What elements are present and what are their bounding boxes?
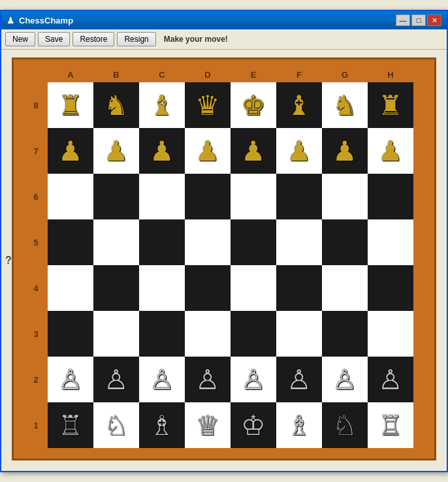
- cell-d4[interactable]: [185, 265, 231, 311]
- cell-b1[interactable]: ♘: [93, 402, 139, 448]
- cell-g5[interactable]: [322, 219, 368, 265]
- cell-a8[interactable]: ♜: [48, 82, 93, 128]
- col-label-g: G: [322, 70, 368, 80]
- cell-g7[interactable]: ♟: [322, 128, 368, 174]
- cell-e4[interactable]: [231, 265, 276, 311]
- cell-d3[interactable]: [185, 311, 231, 357]
- cell-e5[interactable]: [231, 219, 276, 265]
- cell-f5[interactable]: [276, 219, 322, 265]
- cell-d1[interactable]: ♕: [185, 402, 231, 448]
- cell-e7[interactable]: ♟: [231, 128, 276, 174]
- piece-e2: ♙: [241, 364, 266, 396]
- cell-a1[interactable]: ♖: [48, 402, 93, 448]
- cell-a2[interactable]: ♙: [48, 357, 93, 402]
- row-label-2: 2: [24, 375, 48, 385]
- cell-h4[interactable]: [368, 265, 413, 311]
- cell-a5[interactable]: [48, 219, 93, 265]
- save-button[interactable]: Save: [38, 32, 70, 46]
- piece-a2: ♙: [58, 364, 83, 396]
- piece-b7: ♟: [104, 135, 129, 167]
- piece-a1: ♖: [58, 410, 83, 442]
- row-label-3: 3: [24, 329, 48, 339]
- cell-c4[interactable]: [139, 265, 185, 311]
- col-label-a: A: [48, 70, 93, 80]
- cell-a7[interactable]: ♟: [48, 128, 93, 174]
- cell-b7[interactable]: ♟: [93, 128, 139, 174]
- close-button[interactable]: ✕: [427, 14, 441, 26]
- restore-button[interactable]: Restore: [72, 32, 114, 46]
- cell-h6[interactable]: [368, 174, 413, 219]
- row-label-4: 4: [24, 283, 48, 293]
- help-button[interactable]: ?: [5, 255, 12, 266]
- cell-c1[interactable]: ♗: [139, 402, 185, 448]
- piece-d2: ♙: [195, 364, 220, 396]
- cell-b8[interactable]: ♞: [93, 82, 139, 128]
- piece-b2: ♙: [104, 364, 129, 396]
- row-label-6: 6: [24, 192, 48, 202]
- cell-f3[interactable]: [276, 311, 322, 357]
- resign-button[interactable]: Resign: [117, 32, 155, 46]
- cell-d2[interactable]: ♙: [185, 357, 231, 402]
- cell-f6[interactable]: [276, 174, 322, 219]
- cell-a6[interactable]: [48, 174, 93, 219]
- window-title: ChessChamp: [19, 16, 73, 25]
- piece-f8: ♝: [287, 89, 312, 121]
- maximize-button[interactable]: □: [411, 14, 426, 26]
- piece-a8: ♜: [58, 89, 83, 121]
- cell-c5[interactable]: [139, 219, 185, 265]
- cell-h5[interactable]: [368, 219, 413, 265]
- cell-b3[interactable]: [93, 311, 139, 357]
- cell-c7[interactable]: ♟: [139, 128, 185, 174]
- cell-e2[interactable]: ♙: [231, 357, 276, 402]
- cell-g3[interactable]: [322, 311, 368, 357]
- cell-h3[interactable]: [368, 311, 413, 357]
- cell-a4[interactable]: [48, 265, 93, 311]
- piece-c7: ♟: [150, 135, 174, 167]
- new-button[interactable]: New: [5, 32, 35, 46]
- col-label-c: C: [139, 70, 185, 80]
- cell-h7[interactable]: ♟: [368, 128, 413, 174]
- cell-f4[interactable]: [276, 265, 322, 311]
- cell-d6[interactable]: [185, 174, 231, 219]
- cell-g6[interactable]: [322, 174, 368, 219]
- piece-g7: ♟: [332, 135, 357, 167]
- cell-f7[interactable]: ♟: [276, 128, 322, 174]
- row-label-5: 5: [24, 238, 48, 248]
- cell-g1[interactable]: ♘: [322, 402, 368, 448]
- cell-c6[interactable]: [139, 174, 185, 219]
- cell-d7[interactable]: ♟: [185, 128, 231, 174]
- piece-d8: ♛: [195, 89, 220, 121]
- piece-b1: ♘: [104, 410, 129, 442]
- cell-f2[interactable]: ♙: [276, 357, 322, 402]
- cell-e6[interactable]: [231, 174, 276, 219]
- cell-e8[interactable]: ♚: [231, 82, 276, 128]
- cell-h2[interactable]: ♙: [368, 357, 413, 402]
- piece-d1: ♕: [195, 410, 220, 442]
- cell-f1[interactable]: ♗: [276, 402, 322, 448]
- chess-board: A B C D E F G H 8 ♜ ♞ ♝ ♛ ♚ ♝: [12, 57, 436, 460]
- cell-b5[interactable]: [93, 219, 139, 265]
- cell-d8[interactable]: ♛: [185, 82, 231, 128]
- minimize-button[interactable]: —: [396, 14, 410, 26]
- cell-b2[interactable]: ♙: [93, 357, 139, 402]
- cell-b6[interactable]: [93, 174, 139, 219]
- cell-h1[interactable]: ♖: [368, 402, 413, 448]
- cell-c2[interactable]: ♙: [139, 357, 185, 402]
- cell-h8[interactable]: ♜: [368, 82, 413, 128]
- piece-e7: ♟: [241, 135, 266, 167]
- cell-c3[interactable]: [139, 311, 185, 357]
- cell-e1[interactable]: ♔: [231, 402, 276, 448]
- cell-g2[interactable]: ♙: [322, 357, 368, 402]
- piece-c1: ♗: [150, 410, 174, 442]
- cell-f8[interactable]: ♝: [276, 82, 322, 128]
- cell-c8[interactable]: ♝: [139, 82, 185, 128]
- cell-e3[interactable]: [231, 311, 276, 357]
- piece-f1: ♗: [287, 410, 312, 442]
- main-window: ♟ ChessChamp — □ ✕ New Save Restore Resi…: [0, 10, 448, 472]
- cell-g4[interactable]: [322, 265, 368, 311]
- piece-g2: ♙: [332, 364, 357, 396]
- cell-d5[interactable]: [185, 219, 231, 265]
- cell-a3[interactable]: [48, 311, 93, 357]
- cell-g8[interactable]: ♞: [322, 82, 368, 128]
- cell-b4[interactable]: [93, 265, 139, 311]
